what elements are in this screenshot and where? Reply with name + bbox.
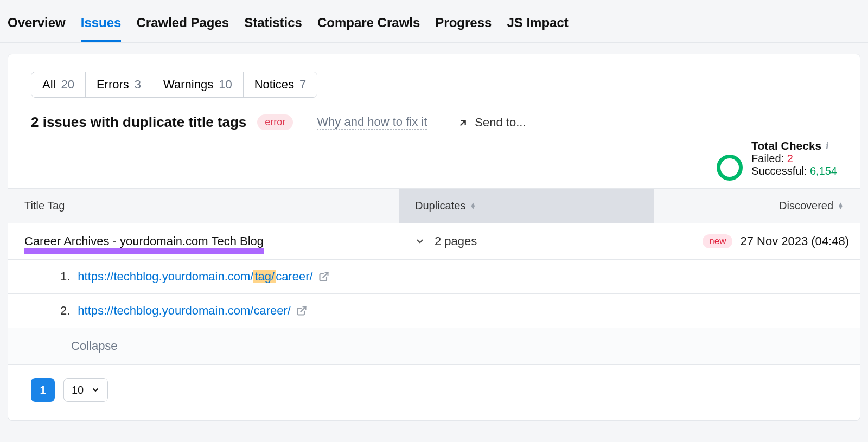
filter-notices[interactable]: Notices 7 <box>244 72 317 97</box>
send-to-label: Send to... <box>475 116 526 130</box>
filter-label: Errors <box>97 78 129 92</box>
collapse-button[interactable]: Collapse <box>71 339 118 353</box>
chevron-down-icon <box>415 236 425 246</box>
tab-compare-crawls[interactable]: Compare Crawls <box>317 10 420 42</box>
page-size-value: 10 <box>72 384 84 396</box>
tab-progress[interactable]: Progress <box>435 10 492 42</box>
share-icon <box>457 117 469 129</box>
item-number: 1. <box>60 270 70 284</box>
url-part: career/ <box>276 270 312 283</box>
issue-title: 2 issues with duplicate title tags <box>31 114 246 131</box>
duplicates-value: 2 pages <box>435 234 477 248</box>
successful-label: Successful: <box>751 165 807 177</box>
tab-overview[interactable]: Overview <box>8 10 66 42</box>
total-checks-label: Total Checks <box>751 139 821 152</box>
col-label: Discovered <box>779 200 833 212</box>
filter-label: Notices <box>254 78 294 92</box>
total-checks: Total Checks i Failed: 2 Successful: 6,1… <box>8 136 860 188</box>
page-size-select[interactable]: 10 <box>63 378 108 402</box>
why-fix-link[interactable]: Why and how to fix it <box>317 115 427 130</box>
col-title-tag[interactable]: Title Tag <box>8 189 399 223</box>
title-tag-value: Career Archives - yourdomain.com Tech Bl… <box>24 234 264 248</box>
filter-count: 7 <box>299 78 306 92</box>
table-header: Title Tag Duplicates ▲▼ Discovered ▲▼ <box>8 188 860 223</box>
checks-ring-icon <box>717 155 743 181</box>
title-tag-text: Career Archives - yourdomain.com Tech Bl… <box>24 234 264 248</box>
send-to-button[interactable]: Send to... <box>457 116 526 130</box>
svg-line-0 <box>323 273 328 278</box>
external-link-icon[interactable] <box>296 305 307 316</box>
col-duplicates[interactable]: Duplicates ▲▼ <box>399 189 654 223</box>
failed-label: Failed: <box>751 152 784 164</box>
url-highlight: tag/ <box>253 270 276 283</box>
col-label: Duplicates <box>415 200 465 212</box>
info-icon[interactable]: i <box>826 140 828 152</box>
failed-count: 2 <box>787 152 793 164</box>
highlight-underline <box>24 248 264 254</box>
new-badge: new <box>703 234 732 248</box>
tab-statistics[interactable]: Statistics <box>244 10 302 42</box>
filter-errors[interactable]: Errors 3 <box>86 72 152 97</box>
tab-issues[interactable]: Issues <box>81 10 122 42</box>
tab-js-impact[interactable]: JS Impact <box>507 10 568 42</box>
successful-count: 6,154 <box>810 165 837 177</box>
collapse-row: Collapse <box>8 328 860 364</box>
sort-icon: ▲▼ <box>470 203 476 209</box>
tab-crawled-pages[interactable]: Crawled Pages <box>136 10 229 42</box>
filter-warnings[interactable]: Warnings 10 <box>152 72 244 97</box>
external-link-icon[interactable] <box>318 271 329 282</box>
list-item: 1. https://techblog.yourdomain.com/tag/c… <box>8 260 860 294</box>
issue-header: 2 issues with duplicate title tags error… <box>8 98 860 136</box>
sort-icon: ▲▼ <box>838 203 844 209</box>
severity-badge: error <box>257 114 293 130</box>
chevron-down-icon <box>91 386 100 394</box>
url-link[interactable]: https://techblog.yourdomain.com/tag/care… <box>78 270 312 284</box>
filter-count: 3 <box>135 78 141 92</box>
item-number: 2. <box>60 304 70 318</box>
url-link[interactable]: https://techblog.yourdomain.com/career/ <box>78 304 291 318</box>
filter-all[interactable]: All 20 <box>31 72 86 97</box>
duplicates-cell[interactable]: 2 pages <box>399 223 654 259</box>
issues-card: All 20 Errors 3 Warnings 10 Notices 7 2 … <box>8 54 860 421</box>
svg-line-1 <box>301 307 305 312</box>
url-part: https://techblog.yourdomain.com/ <box>78 270 253 283</box>
filter-label: Warnings <box>163 78 213 92</box>
pagination: 1 10 <box>8 365 860 420</box>
filter-count: 10 <box>219 78 232 92</box>
topnav: Overview Issues Crawled Pages Statistics… <box>0 0 868 43</box>
col-discovered[interactable]: Discovered ▲▼ <box>654 189 860 223</box>
discovered-value: 27 Nov 2023 (04:48) <box>740 234 849 248</box>
current-page[interactable]: 1 <box>31 378 55 402</box>
severity-filters: All 20 Errors 3 Warnings 10 Notices 7 <box>31 72 317 98</box>
duplicate-urls-list: 1. https://techblog.yourdomain.com/tag/c… <box>8 260 860 365</box>
list-item: 2. https://techblog.yourdomain.com/caree… <box>8 294 860 328</box>
table-row: Career Archives - yourdomain.com Tech Bl… <box>8 223 860 260</box>
filter-count: 20 <box>61 78 74 92</box>
filter-label: All <box>42 78 55 92</box>
